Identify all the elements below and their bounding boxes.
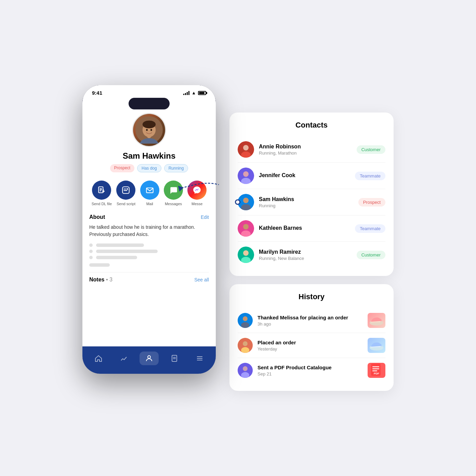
svg-point-46 <box>243 341 248 346</box>
avatar-ring <box>132 113 166 147</box>
history-avatar-2 <box>238 338 253 353</box>
notes-title: Notes <box>89 277 104 282</box>
action-messenger[interactable]: Messe <box>187 181 207 206</box>
phone-shell: 9:41 ▲ <box>82 85 216 374</box>
svg-point-27 <box>243 145 249 150</box>
svg-point-50 <box>243 366 248 371</box>
history-thumb-1 <box>368 313 385 328</box>
svg-point-39 <box>243 250 249 256</box>
contact-badge-marilyn: Customer <box>357 251 385 259</box>
action-messages[interactable]: Messages <box>164 181 183 206</box>
skeleton-dot-2 <box>89 250 93 253</box>
contact-sub-sam: Running <box>259 203 354 208</box>
profile-content[interactable]: Sam Hawkins Prospect Has dog Running <box>82 113 216 346</box>
svg-point-19 <box>148 356 150 358</box>
history-title: History <box>238 292 385 301</box>
history-item-2[interactable]: Placed an order Yesterday <box>238 333 385 358</box>
skeleton-line-2 <box>96 250 158 253</box>
skeleton-line-1 <box>96 243 144 247</box>
contact-item-sam[interactable]: Sam Hawkins Running Prospect <box>238 189 385 215</box>
dynamic-island <box>129 98 170 109</box>
nav-chart[interactable] <box>114 352 133 365</box>
svg-point-7 <box>146 129 148 131</box>
contact-badge-sam: Prospect <box>358 198 385 207</box>
menu-icon <box>196 354 204 362</box>
avatar-svg <box>135 116 163 144</box>
about-edit[interactable]: Edit <box>201 214 209 220</box>
nav-home[interactable] <box>89 352 108 365</box>
action-send-script[interactable]: Send script <box>116 181 135 206</box>
svg-rect-55 <box>372 370 377 371</box>
contact-avatar-jennifer <box>238 168 254 184</box>
action-send-dl[interactable]: Send DL file <box>92 181 112 206</box>
history-item-1[interactable]: Thanked Melissa for placing an order 3h … <box>238 308 385 333</box>
svg-point-8 <box>150 129 152 131</box>
phone-wrapper: 9:41 ▲ <box>82 85 216 374</box>
contact-info-kathleen: Kathleen Barnes <box>259 225 350 232</box>
doc-icon <box>170 354 178 362</box>
tag-prospect: Prospect <box>110 164 134 172</box>
about-title: About <box>89 214 105 220</box>
send-dl-icon <box>92 181 111 200</box>
history-time-1: 3h ago <box>257 321 363 327</box>
contact-item-marilyn[interactable]: Marilyn Ramirez Running, New Balance Cus… <box>238 242 385 268</box>
profile-name: Sam Hawkins <box>89 151 209 161</box>
status-bar: 9:41 ▲ <box>82 85 216 98</box>
bottom-nav <box>82 346 216 374</box>
contact-item-kathleen[interactable]: Kathleen Barnes Teammate <box>238 215 385 242</box>
wifi-icon: ▲ <box>191 90 196 95</box>
right-panels: Contacts Annie Robinson Running, Maratho… <box>229 113 394 391</box>
history-avatar-1 <box>238 313 253 328</box>
messages-icon <box>164 181 183 200</box>
history-info-3: Sent a PDF Product Catalogue Sep 21 <box>257 365 363 376</box>
contact-name-jennifer: Jennifer Cook <box>259 172 350 178</box>
scene: 9:41 ▲ <box>82 85 394 391</box>
contact-badge-jennifer: Teammate <box>355 172 385 180</box>
tag-running: Running <box>164 164 188 172</box>
contact-item-jennifer[interactable]: Jennifer Cook Teammate <box>238 163 385 189</box>
contact-info-marilyn: Marilyn Ramirez Running, New Balance <box>259 249 352 261</box>
send-dl-label: Send DL file <box>92 202 112 206</box>
history-time-3: Sep 21 <box>257 371 363 376</box>
action-mail[interactable]: Mail <box>140 181 159 206</box>
history-info-2: Placed an order Yesterday <box>257 340 363 352</box>
history-item-3[interactable]: Sent a PDF Product Catalogue Sep 21 PDF <box>238 358 385 383</box>
contact-avatar-annie <box>238 141 254 158</box>
contact-name-kathleen: Kathleen Barnes <box>259 225 350 231</box>
contact-info-jennifer: Jennifer Cook <box>259 172 350 179</box>
contact-info-sam: Sam Hawkins Running <box>259 196 354 208</box>
skeleton-line-3 <box>96 256 137 259</box>
status-icons: ▲ <box>183 90 206 95</box>
nav-menu[interactable] <box>190 352 209 365</box>
sam-selected-dot <box>235 199 240 205</box>
status-time: 9:41 <box>92 90 102 96</box>
about-header: About Edit <box>89 214 209 220</box>
action-bar: Send DL file Send sc <box>89 181 209 206</box>
avatar <box>133 114 165 146</box>
history-avatar-3 <box>238 363 253 378</box>
home-icon <box>94 354 103 362</box>
notes-section: Notes • 3 See all <box>89 272 209 287</box>
contact-name-sam: Sam Hawkins <box>259 196 354 202</box>
contact-info-annie: Annie Robinson Running, Marathon <box>259 144 352 156</box>
nav-doc[interactable] <box>165 352 184 365</box>
mail-icon <box>140 181 159 200</box>
svg-point-30 <box>243 171 249 177</box>
contact-item-annie[interactable]: Annie Robinson Running, Marathon Custome… <box>238 136 385 163</box>
history-panel: History Thanked Melissa for placing an o… <box>229 284 394 391</box>
skeleton-dot-3 <box>89 256 93 259</box>
contact-name-annie: Annie Robinson <box>259 144 352 150</box>
nav-person[interactable] <box>140 352 159 365</box>
tag-hasdog: Has dog <box>137 164 161 172</box>
history-info-1: Thanked Melissa for placing an order 3h … <box>257 315 363 327</box>
history-thumb-2 <box>368 338 385 353</box>
signal-icon <box>183 91 189 95</box>
notes-see-all[interactable]: See all <box>194 277 209 282</box>
messenger-label: Messe <box>191 202 202 206</box>
contact-avatar-kathleen <box>238 220 254 237</box>
contact-badge-kathleen: Teammate <box>355 224 385 233</box>
svg-rect-53 <box>372 366 379 367</box>
profile-tags: Prospect Has dog Running <box>89 164 209 172</box>
skeleton-btn <box>89 263 110 267</box>
messages-label: Messages <box>165 202 182 206</box>
